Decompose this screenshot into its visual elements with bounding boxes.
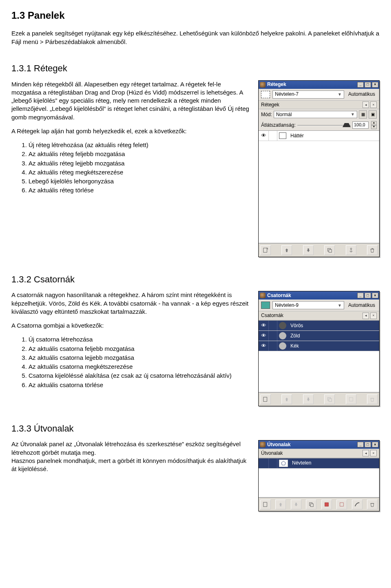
selection-to-path-button[interactable]: [336, 500, 347, 509]
svg-rect-0: [264, 248, 267, 253]
tab-menu-icon[interactable]: ◂: [362, 101, 369, 108]
image-select[interactable]: Névtelen-7 ▼: [272, 90, 344, 99]
delete-channel-button[interactable]: [367, 394, 378, 404]
path-name[interactable]: Névtelen: [290, 460, 379, 466]
channels-empty-area: [259, 351, 379, 392]
close-tab-icon[interactable]: ×: [370, 313, 377, 319]
layers-panel: Rétegek _ □ × Névtelen-7 ▼ Automatikus R…: [258, 80, 380, 257]
spin-up-icon[interactable]: ▲: [371, 121, 377, 125]
paths-empty-area: [259, 469, 379, 498]
lower-channel-button[interactable]: [303, 394, 314, 404]
svg-rect-6: [329, 399, 332, 401]
channel-to-selection-button[interactable]: [346, 394, 356, 404]
svg-rect-9: [264, 502, 267, 507]
list-item: Új réteg létrehozása (az aktuális réteg …: [29, 141, 251, 149]
channels-panel: Csatornák _ □ × Névtelen-9 ▼ Automatikus…: [258, 291, 380, 406]
heading-paths: 1.3.3 Útvonalak: [11, 423, 380, 435]
visibility-eye-icon[interactable]: 👁: [259, 331, 269, 341]
channel-row[interactable]: 👁 Zöld: [259, 331, 379, 341]
new-layer-button[interactable]: [260, 245, 271, 255]
paragraph-intro: Ezek a panelek segítséget nyújtanak egy …: [11, 29, 380, 46]
tab-menu-icon[interactable]: ◂: [362, 450, 369, 456]
minimize-button[interactable]: _: [357, 82, 364, 88]
duplicate-layer-button[interactable]: [324, 245, 335, 255]
list-item: Az aktuális réteg törlése: [29, 186, 251, 194]
link-cell[interactable]: [269, 331, 277, 341]
svg-rect-7: [349, 397, 353, 401]
new-path-button[interactable]: [260, 500, 271, 509]
raise-channel-button[interactable]: [281, 394, 292, 404]
list-item: Az aktuális csatorna lejjebb mozgatása: [29, 354, 251, 362]
new-channel-button[interactable]: [260, 394, 271, 404]
auto-label[interactable]: Automatikus: [347, 302, 377, 308]
raise-layer-button[interactable]: [281, 245, 292, 255]
svg-rect-2: [329, 249, 332, 252]
close-button[interactable]: ×: [372, 442, 378, 447]
link-cell[interactable]: [269, 321, 277, 330]
layer-row[interactable]: 👁 Háttér: [259, 131, 379, 141]
link-cell[interactable]: [269, 458, 277, 468]
channel-row[interactable]: 👁 Kék: [259, 341, 379, 351]
duplicate-path-button[interactable]: [306, 500, 316, 509]
delete-path-button[interactable]: [367, 500, 378, 509]
visibility-cell[interactable]: [259, 458, 269, 468]
wilber-icon: [260, 442, 266, 447]
paragraph: A Rétegek lap alján hat gomb helyezkedik…: [11, 127, 251, 135]
spin-down-icon[interactable]: ▼: [371, 125, 377, 129]
lower-path-button[interactable]: [291, 500, 301, 509]
close-button[interactable]: ×: [372, 82, 378, 88]
image-thumbnail[interactable]: [261, 302, 270, 309]
layers-empty-area: [259, 141, 379, 243]
visibility-eye-icon[interactable]: 👁: [259, 131, 269, 141]
close-button[interactable]: ×: [372, 293, 378, 298]
channel-thumbnail: [279, 332, 286, 339]
paragraph: Az Útvonalak panel az „Útvonalak létreho…: [11, 440, 251, 473]
stroke-path-button[interactable]: [352, 500, 362, 509]
visibility-eye-icon[interactable]: 👁: [259, 341, 269, 351]
minimize-button[interactable]: _: [357, 442, 364, 447]
lock-alpha-button[interactable]: ▣: [369, 110, 377, 119]
title-bar[interactable]: Csatornák _ □ ×: [259, 291, 379, 300]
channel-name[interactable]: Zöld: [288, 333, 379, 339]
tab-menu-icon[interactable]: ◂: [362, 313, 369, 319]
title-bar[interactable]: Rétegek _ □ ×: [259, 81, 379, 89]
opacity-slider[interactable]: [297, 122, 351, 128]
raise-path-button[interactable]: [275, 500, 286, 509]
path-thumbnail: [279, 460, 288, 467]
image-select[interactable]: Névtelen-9 ▼: [272, 301, 344, 309]
layer-name[interactable]: Háttér: [288, 132, 379, 139]
path-to-selection-button[interactable]: [321, 500, 332, 509]
link-cell[interactable]: [269, 131, 277, 141]
duplicate-channel-button[interactable]: [324, 394, 335, 404]
maximize-button[interactable]: □: [365, 293, 371, 298]
maximize-button[interactable]: □: [365, 442, 371, 447]
channel-name[interactable]: Kék: [288, 343, 379, 349]
window-title: Rétegek: [267, 81, 356, 88]
lower-layer-button[interactable]: [303, 245, 314, 255]
lock-pixels-button[interactable]: ▦: [359, 110, 367, 119]
opacity-spinbox[interactable]: 100,0: [352, 121, 369, 129]
link-cell[interactable]: [269, 341, 277, 351]
image-thumbnail[interactable]: [261, 91, 270, 98]
list-item: Az aktuális réteg megkétszerezése: [29, 168, 251, 176]
close-tab-icon[interactable]: ×: [370, 450, 377, 456]
layer-thumbnail: [279, 132, 286, 139]
minimize-button[interactable]: _: [357, 293, 364, 298]
list-item: Az aktuális csatorna törlése: [29, 381, 251, 389]
maximize-button[interactable]: □: [365, 82, 371, 88]
auto-label[interactable]: Automatikus: [347, 91, 377, 97]
mode-select[interactable]: Normál ▼: [274, 111, 357, 118]
list-item: Az aktuális réteg feljebb mozgatása: [29, 150, 251, 158]
title-bar[interactable]: Útvonalak _ □ ×: [259, 440, 379, 449]
list-item: Az aktuális csatorna megkétszerezése: [29, 363, 251, 371]
anchor-layer-button[interactable]: [346, 245, 356, 255]
channel-thumbnail: [279, 322, 286, 329]
channel-row[interactable]: 👁 Vörös: [259, 321, 379, 331]
channel-name[interactable]: Vörös: [288, 322, 379, 329]
visibility-eye-icon[interactable]: 👁: [259, 321, 269, 330]
svg-rect-11: [311, 504, 314, 507]
delete-layer-button[interactable]: [367, 245, 378, 255]
path-row[interactable]: Névtelen: [259, 458, 379, 469]
opacity-label: Átlátszatlanság:: [261, 122, 296, 128]
close-tab-icon[interactable]: ×: [370, 101, 377, 108]
